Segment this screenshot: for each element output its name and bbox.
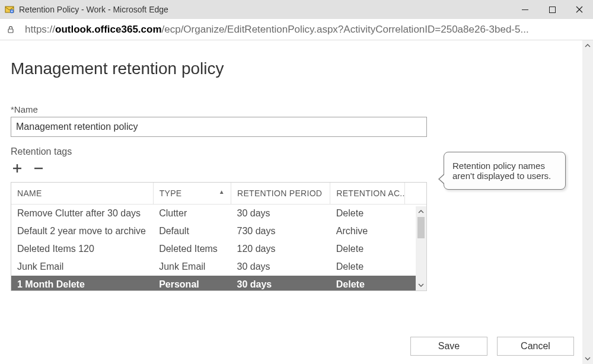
app-icon (5, 5, 14, 14)
address-bar[interactable]: https://outlook.office365.com/ecp/Organi… (0, 19, 593, 40)
cell-period: 30 days (231, 258, 330, 276)
window-controls (511, 0, 593, 19)
col-scroll-gutter (404, 183, 426, 205)
minimize-button[interactable] (511, 0, 538, 19)
cell-period: 30 days (231, 205, 330, 222)
page-scrollbar[interactable] (582, 40, 593, 364)
page-title: Management retention policy (11, 59, 582, 78)
tags-table: NAME TYPE▲ RETENTION PERIOD RETENTION AC… (11, 182, 427, 291)
close-button[interactable] (566, 0, 593, 19)
col-action[interactable]: RETENTION AC... (330, 183, 404, 205)
cell-type: Junk Email (153, 258, 231, 276)
table-row[interactable]: 1 Month DeletePersonal30 daysDelete (11, 276, 426, 290)
add-tag-button[interactable] (11, 162, 24, 175)
cell-name: 1 Month Delete (11, 276, 153, 290)
cell-action: Delete (330, 240, 404, 258)
cell-type: Clutter (153, 205, 231, 222)
table-row[interactable]: Default 2 year move to archiveDefault730… (11, 222, 426, 240)
cell-type: Personal (153, 276, 231, 290)
cell-name: Default 2 year move to archive (11, 222, 153, 240)
col-type[interactable]: TYPE▲ (153, 183, 231, 205)
lock-icon (6, 25, 15, 34)
cell-type: Default (153, 222, 231, 240)
footer-buttons: Save Cancel (410, 337, 574, 356)
cell-name: Junk Email (11, 258, 153, 276)
sort-asc-icon: ▲ (219, 189, 225, 195)
remove-tag-button[interactable] (32, 162, 45, 175)
table-scroll-down-icon[interactable] (416, 280, 426, 290)
svg-rect-6 (8, 29, 13, 33)
scroll-up-icon[interactable] (582, 40, 593, 51)
cell-period: 30 days (231, 276, 330, 290)
cell-action: Delete (330, 258, 404, 276)
cell-name: Deleted Items 120 (11, 240, 153, 258)
table-row[interactable]: Junk EmailJunk Email30 daysDelete (11, 258, 426, 276)
name-input[interactable] (11, 117, 427, 137)
table-scroll-thumb[interactable] (417, 217, 425, 238)
cell-type: Deleted Items (153, 240, 231, 258)
cell-period: 730 days (231, 222, 330, 240)
cell-action: Archive (330, 222, 404, 240)
maximize-button[interactable] (538, 0, 566, 19)
cancel-button[interactable]: Cancel (497, 337, 574, 356)
cell-period: 120 days (231, 240, 330, 258)
scroll-down-icon[interactable] (582, 353, 593, 364)
cell-action: Delete (330, 205, 404, 222)
table-scrollbar[interactable] (416, 206, 426, 290)
window-title: Retention Policy - Work - Microsoft Edge (19, 5, 168, 14)
name-label: *Name (11, 104, 438, 114)
url-text: https://outlook.office365.com/ecp/Organi… (25, 24, 529, 36)
table-header-row: NAME TYPE▲ RETENTION PERIOD RETENTION AC… (11, 183, 426, 205)
table-scroll-up-icon[interactable] (416, 206, 426, 217)
cell-action: Delete (330, 276, 404, 290)
col-period[interactable]: RETENTION PERIOD (231, 183, 330, 205)
name-tooltip: Retention policy names aren't displayed … (444, 152, 566, 190)
svg-rect-3 (549, 7, 555, 12)
window-titlebar: Retention Policy - Work - Microsoft Edge (0, 0, 593, 19)
table-row[interactable]: Deleted Items 120Deleted Items120 daysDe… (11, 240, 426, 258)
cell-name: Remove Clutter after 30 days (11, 205, 153, 222)
col-name[interactable]: NAME (11, 183, 153, 205)
table-row[interactable]: Remove Clutter after 30 daysClutter30 da… (11, 205, 426, 222)
save-button[interactable]: Save (410, 337, 487, 356)
